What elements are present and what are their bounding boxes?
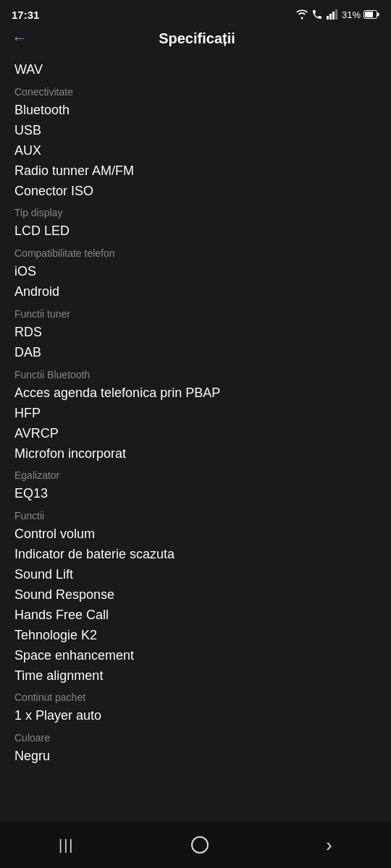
svg-rect-6 [377,13,379,17]
battery-text: 31% [342,9,361,20]
label-functii-tuner: Functii tuner [14,308,377,320]
conectivitate-item-2: AUX [14,141,377,161]
signal-icon [326,9,339,20]
status-icons: 31% [295,9,379,20]
label-functii-bluetooth: Functii Bluetooth [14,369,377,380]
compatibilitate-item-1: Android [14,282,377,302]
value-tip-display: LCD LED [14,221,377,242]
section-culoare: Culoare Negru [14,732,377,767]
tuner-item-1: DAB [14,343,377,363]
page-title: Specificații [36,30,358,47]
label-compatibilitate: Compatibilitate telefon [14,247,377,259]
svg-rect-2 [332,12,335,20]
section-functii: Functii Control volum Indicator de bater… [14,510,377,686]
svg-rect-1 [329,14,332,20]
bluetooth-item-0: Acces agenda telefonica prin PBAP [14,383,377,404]
functii-item-2: Sound Lift [14,565,377,585]
section-continut-pachet: Continut pachet 1 x Player auto [14,692,377,726]
value-functii-bluetooth: Acces agenda telefonica prin PBAP HFP AV… [14,383,377,464]
svg-rect-0 [327,16,329,20]
label-functii: Functii [14,510,377,522]
bluetooth-item-3: Microfon incorporat [14,444,377,464]
functii-item-0: Control volum [14,524,377,545]
tuner-item-0: RDS [14,323,377,343]
wifi-icon [295,9,308,20]
top-bar: ← Specificații [0,26,391,56]
conectivitate-item-4: Conector ISO [14,182,377,202]
content-area: WAV Conectivitate Bluetooth USB AUX Radi… [0,56,391,845]
phone-icon [311,9,323,20]
bluetooth-item-1: HFP [14,404,377,424]
section-conectivitate: Conectivitate Bluetooth USB AUX Radio tu… [14,86,377,201]
value-compatibilitate: iOS Android [14,262,377,302]
section-functii-bluetooth: Functii Bluetooth Acces agenda telefonic… [14,369,377,464]
svg-rect-5 [365,12,373,17]
navigation-bar: ||| ‹ [0,822,391,868]
label-culoare: Culoare [14,732,377,744]
conectivitate-item-3: Radio tunner AM/FM [14,161,377,182]
battery-icon [363,10,379,19]
section-egalizator: Egalizator EQ13 [14,469,377,504]
label-conectivitate: Conectivitate [14,86,377,98]
conectivitate-item-1: USB [14,121,377,141]
functii-item-6: Space enhancement [14,646,377,666]
conectivitate-item-0: Bluetooth [14,101,377,121]
functii-item-7: Time alignment [14,666,377,686]
back-icon[interactable]: ‹ [326,834,332,856]
value-egalizator: EQ13 [14,484,377,504]
back-button[interactable]: ← [12,29,28,48]
status-time: 17:31 [12,9,39,21]
bluetooth-item-2: AVRCP [14,424,377,444]
value-functii-tuner: RDS DAB [14,323,377,363]
value-continut-pachet: 1 x Player auto [14,706,377,726]
compatibilitate-item-0: iOS [14,262,377,282]
value-functii: Control volum Indicator de baterie scazu… [14,524,377,686]
label-continut-pachet: Continut pachet [14,692,377,703]
section-tip-display: Tip display LCD LED [14,207,377,242]
tip-display-item-0: LCD LED [14,221,377,242]
home-icon[interactable] [191,836,209,854]
functii-item-4: Hands Free Call [14,605,377,626]
section-functii-tuner: Functii tuner RDS DAB [14,308,377,363]
egalizator-item-0: EQ13 [14,484,377,504]
value-culoare: Negru [14,746,377,767]
pachet-item-0: 1 x Player auto [14,706,377,726]
section-compatibilitate: Compatibilitate telefon iOS Android [14,247,377,302]
value-conectivitate: Bluetooth USB AUX Radio tunner AM/FM Con… [14,101,377,201]
functii-item-1: Indicator de baterie scazuta [14,545,377,565]
culoare-item-0: Negru [14,746,377,767]
wav-label: WAV [14,62,377,77]
label-egalizator: Egalizator [14,469,377,481]
status-bar: 17:31 31% [0,0,391,26]
functii-item-3: Sound Response [14,585,377,605]
label-tip-display: Tip display [14,207,377,218]
svg-rect-3 [335,9,337,20]
menu-icon[interactable]: ||| [59,837,75,854]
functii-item-5: Tehnologie K2 [14,626,377,646]
